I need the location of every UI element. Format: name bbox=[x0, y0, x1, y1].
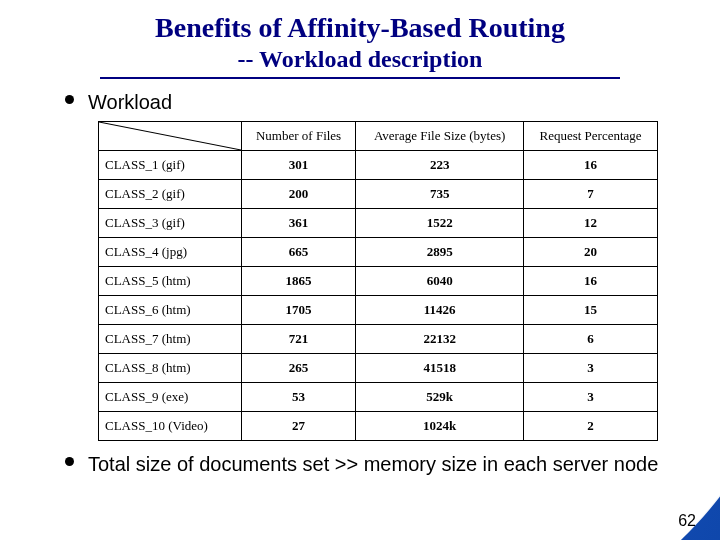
col-header-avg: Average File Size (bytes) bbox=[356, 122, 524, 151]
title-underline bbox=[100, 77, 620, 79]
cell-files: 721 bbox=[242, 325, 356, 354]
table-row: CLASS_4 (jpg)665289520 bbox=[99, 238, 658, 267]
row-class-name: CLASS_4 (jpg) bbox=[99, 238, 242, 267]
row-class-name: CLASS_6 (htm) bbox=[99, 296, 242, 325]
bullet-item: Workload bbox=[65, 89, 680, 115]
table-row: CLASS_1 (gif)30122316 bbox=[99, 151, 658, 180]
cell-avg: 2895 bbox=[356, 238, 524, 267]
table-row: CLASS_2 (gif)2007357 bbox=[99, 180, 658, 209]
slide-title: Benefits of Affinity-Based Routing bbox=[40, 12, 680, 44]
row-class-name: CLASS_9 (exe) bbox=[99, 383, 242, 412]
cell-pct: 7 bbox=[524, 180, 658, 209]
row-class-name: CLASS_7 (htm) bbox=[99, 325, 242, 354]
cell-files: 361 bbox=[242, 209, 356, 238]
bullet-icon bbox=[65, 457, 74, 466]
row-class-name: CLASS_8 (htm) bbox=[99, 354, 242, 383]
row-class-name: CLASS_10 (Video) bbox=[99, 412, 242, 441]
cell-pct: 6 bbox=[524, 325, 658, 354]
cell-avg: 11426 bbox=[356, 296, 524, 325]
cell-pct: 20 bbox=[524, 238, 658, 267]
cell-files: 53 bbox=[242, 383, 356, 412]
table-row: CLASS_9 (exe)53529k3 bbox=[99, 383, 658, 412]
bullet-text: Workload bbox=[88, 89, 172, 115]
table-row: CLASS_3 (gif)361152212 bbox=[99, 209, 658, 238]
row-class-name: CLASS_1 (gif) bbox=[99, 151, 242, 180]
cell-files: 27 bbox=[242, 412, 356, 441]
cell-files: 665 bbox=[242, 238, 356, 267]
workload-table-wrap: Number of Files Average File Size (bytes… bbox=[98, 121, 658, 441]
slide-subtitle: -- Workload description bbox=[40, 46, 680, 73]
cell-files: 1865 bbox=[242, 267, 356, 296]
bullet-icon bbox=[65, 95, 74, 104]
cell-files: 265 bbox=[242, 354, 356, 383]
row-class-name: CLASS_2 (gif) bbox=[99, 180, 242, 209]
cell-files: 1705 bbox=[242, 296, 356, 325]
cell-avg: 223 bbox=[356, 151, 524, 180]
cell-avg: 735 bbox=[356, 180, 524, 209]
table-row: CLASS_5 (htm)1865604016 bbox=[99, 267, 658, 296]
bullet-text: Total size of documents set >> memory si… bbox=[88, 451, 658, 477]
table-row: CLASS_10 (Video)271024k2 bbox=[99, 412, 658, 441]
cell-pct: 2 bbox=[524, 412, 658, 441]
table-row: CLASS_6 (htm)17051142615 bbox=[99, 296, 658, 325]
table-row: CLASS_7 (htm)721221326 bbox=[99, 325, 658, 354]
svg-line-0 bbox=[99, 122, 241, 150]
col-header-files: Number of Files bbox=[242, 122, 356, 151]
cell-files: 200 bbox=[242, 180, 356, 209]
cell-avg: 1024k bbox=[356, 412, 524, 441]
cell-pct: 15 bbox=[524, 296, 658, 325]
cell-pct: 16 bbox=[524, 151, 658, 180]
cell-avg: 529k bbox=[356, 383, 524, 412]
page-number: 62 bbox=[678, 512, 696, 530]
table-corner-cell bbox=[99, 122, 242, 151]
cell-avg: 1522 bbox=[356, 209, 524, 238]
cell-pct: 12 bbox=[524, 209, 658, 238]
cell-pct: 16 bbox=[524, 267, 658, 296]
cell-avg: 6040 bbox=[356, 267, 524, 296]
cell-pct: 3 bbox=[524, 383, 658, 412]
row-class-name: CLASS_5 (htm) bbox=[99, 267, 242, 296]
cell-avg: 22132 bbox=[356, 325, 524, 354]
row-class-name: CLASS_3 (gif) bbox=[99, 209, 242, 238]
cell-avg: 41518 bbox=[356, 354, 524, 383]
bullet-item: Total size of documents set >> memory si… bbox=[65, 451, 680, 477]
table-row: CLASS_8 (htm)265415183 bbox=[99, 354, 658, 383]
workload-table: Number of Files Average File Size (bytes… bbox=[98, 121, 658, 441]
cell-files: 301 bbox=[242, 151, 356, 180]
cell-pct: 3 bbox=[524, 354, 658, 383]
col-header-pct: Request Percentage bbox=[524, 122, 658, 151]
table-header-row: Number of Files Average File Size (bytes… bbox=[99, 122, 658, 151]
